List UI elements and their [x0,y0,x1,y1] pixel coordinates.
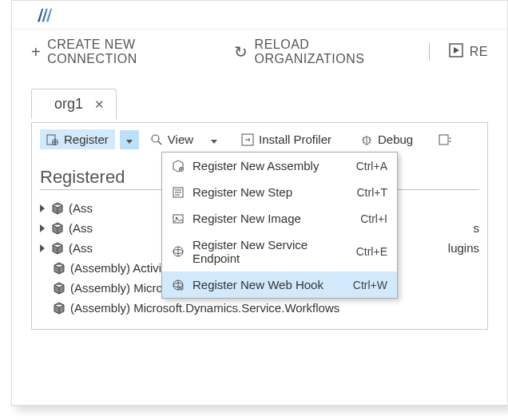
expander-icon[interactable] [40,244,45,252]
register-dropdown-menu: Register New Assembly Ctrl+A Register Ne… [161,152,398,299]
register-new-service-endpoint-item[interactable]: Register New Service Endpoint Ctrl+E [162,232,397,271]
inner-panel: Register View [31,122,488,330]
register-dropdown-caret[interactable] [120,130,139,149]
step-icon [172,186,185,199]
register-label: Register [64,133,109,146]
assembly-cube-icon [51,242,64,255]
svg-line-10 [363,137,364,138]
view-dropdown-caret[interactable] [204,130,224,149]
tab-strip: org1 ✕ [31,89,488,119]
tree-row[interactable]: (Assembly) Microsoft.Dynamics.Service.Wo… [38,298,481,318]
tree-label: (Ass [69,201,93,215]
main-toolbar: + CREATE NEW CONNECTION ↻ RELOAD ORGANIZ… [12,30,507,74]
app-window: + CREATE NEW CONNECTION ↻ RELOAD ORGANIZ… [11,0,508,406]
plus-icon: + [31,43,41,61]
expander-placeholder [40,284,46,292]
svg-point-3 [152,135,159,142]
play-box-icon [449,43,463,61]
assembly-icon [172,160,185,172]
overflow-icon [439,133,451,146]
register-new-image-item[interactable]: Register New Image Ctrl+I [162,205,397,232]
bug-icon [360,133,373,146]
assembly-cube-icon [53,282,65,295]
menu-label: Register New Image [192,212,352,225]
title-bar [12,1,507,30]
re-partial-label: RE [470,45,488,59]
install-profiler-button[interactable]: Install Profiler [235,129,338,149]
reload-organizations-label: RELOAD ORGANIZATIONS [255,38,410,66]
expander-icon[interactable] [40,204,45,212]
image-icon [172,212,185,225]
expander-placeholder [40,264,46,272]
tree-label: (Ass [69,221,93,235]
debug-button[interactable]: Debug [354,129,419,149]
re-partial-button[interactable]: RE [449,43,488,61]
register-new-web-hook-item[interactable]: Register New Web Hook Ctrl+W [162,271,397,298]
panel-toolbar: Register View [38,128,481,151]
menu-label: Register New Assembly [192,159,348,172]
expander-icon[interactable] [40,224,45,232]
register-new-step-item[interactable]: Register New Step Ctrl+T [162,179,397,205]
chevron-down-icon [211,140,217,144]
assembly-cube-icon [51,222,64,235]
assembly-cube-icon [53,302,65,315]
view-button[interactable]: View [144,129,200,149]
overflow-button[interactable] [432,130,458,149]
chevron-down-icon [126,140,133,144]
create-connection-label: CREATE NEW CONNECTION [47,38,215,66]
register-gear-icon [46,133,59,146]
menu-shortcut: Ctrl+T [357,186,388,199]
tab-org1[interactable]: org1 ✕ [31,89,117,119]
assembly-cube-icon [51,202,64,215]
install-profiler-label: Install Profiler [259,133,331,146]
menu-label: Register New Web Hook [192,278,345,291]
svg-line-11 [369,137,371,138]
view-label: View [168,133,193,146]
magnifier-icon [150,133,163,146]
assembly-cube-icon [53,262,65,275]
svg-rect-14 [439,135,448,145]
dynamics-logo-icon [36,7,54,23]
install-arrow-icon [241,133,254,146]
tree-label: (Ass [69,241,93,255]
toolbar-divider [429,43,430,61]
menu-shortcut: Ctrl+E [356,245,387,258]
create-connection-button[interactable]: + CREATE NEW CONNECTION [31,38,215,66]
tree-suffix-partial: s [474,221,480,235]
tree-suffix-partial: lugins [448,241,479,255]
reload-organizations-button[interactable]: ↻ RELOAD ORGANIZATIONS [234,38,410,66]
menu-shortcut: Ctrl+W [353,279,387,291]
menu-label: Register New Step [192,185,349,199]
endpoint-icon [172,245,185,258]
menu-shortcut: Ctrl+I [360,212,387,225]
menu-shortcut: Ctrl+A [356,160,387,172]
register-button[interactable]: Register [40,129,115,149]
webhook-icon [172,279,185,291]
tab-close-icon[interactable]: ✕ [94,97,105,112]
menu-label: Register New Service Endpoint [192,238,348,265]
reload-icon: ↻ [234,42,248,61]
svg-line-4 [158,141,161,145]
tab-label: org1 [54,96,83,113]
tree-label: (Assembly) Microsoft.Dynamics.Service.Wo… [70,301,339,315]
expander-placeholder [40,304,46,312]
register-new-assembly-item[interactable]: Register New Assembly Ctrl+A [162,153,397,179]
content-area: org1 ✕ Register View [12,74,507,349]
debug-label: Debug [378,133,413,146]
